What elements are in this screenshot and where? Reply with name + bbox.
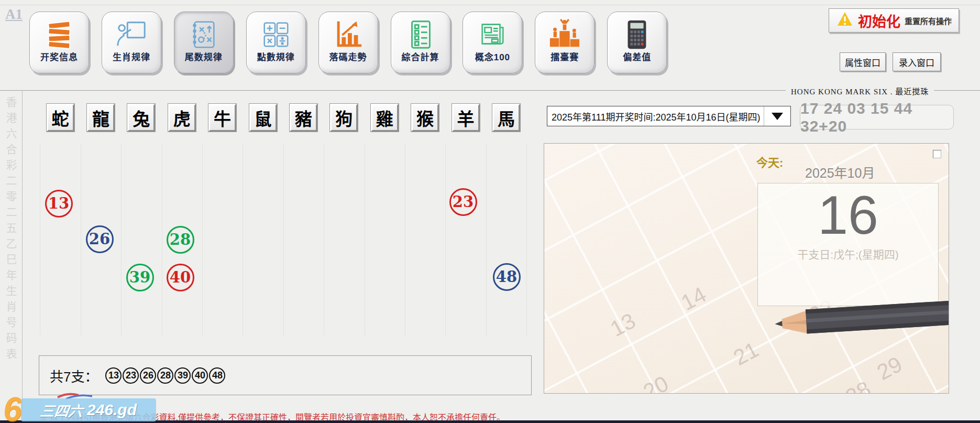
zodiac-button-2[interactable]: 龍	[87, 104, 115, 132]
left-panel-border	[22, 90, 23, 415]
vertical-title: 香港六合彩二零二五乙巳年生肖号码表	[3, 96, 18, 364]
books-icon	[43, 18, 75, 49]
toolbar-button-5[interactable]: 落碼走勢	[318, 12, 378, 73]
toolbar-button-4[interactable]: 點數規律	[246, 12, 306, 73]
math-operators-icon	[260, 18, 292, 49]
bar-chart-icon	[332, 18, 365, 49]
toolbar-button-2[interactable]: 生肖规律	[102, 12, 161, 73]
grid-column-line	[445, 144, 446, 335]
recent-numbers: 17 24 03 15 44 32+20	[800, 100, 953, 135]
toolbar-button-label: 綜合計算	[391, 50, 450, 63]
checklist-icon	[404, 18, 437, 49]
toolbar-button-label: 偏差值	[608, 50, 666, 63]
grid-column-line	[202, 144, 203, 335]
number-mark-28: 28	[167, 226, 194, 254]
calendar-panel: 13142021222928 今天: 2025年10月 16 干支日:戊午;(星…	[544, 143, 949, 394]
number-mark-48: 48	[493, 263, 521, 291]
strategy-notebook-icon	[188, 18, 220, 49]
watermark-cn-text: 三四六	[39, 400, 84, 420]
app-window: A1 开奖信息 生肖规律 尾数规律 點數規律 落碼走勢	[0, 0, 980, 423]
watermark-domain: 246.gd	[87, 401, 137, 419]
grid-column-line	[81, 144, 81, 335]
recent-draw-label: HONG KONG MARK SIX . 最近搅珠	[786, 85, 934, 96]
grid-column-line	[243, 144, 243, 335]
grid-column-line	[40, 144, 40, 335]
toolbar-button-6[interactable]: 綜合計算	[391, 12, 450, 73]
calendar-checkbox[interactable]	[933, 150, 941, 158]
zodiac-button-5[interactable]: 牛	[208, 104, 236, 132]
grid-column-line	[526, 144, 527, 335]
watermark-six: 6	[3, 390, 22, 423]
toolbar-button-label: 开奖信息	[30, 50, 89, 63]
summary-number-40: 40	[192, 367, 208, 384]
calendar-month: 2025年10月	[805, 162, 875, 181]
toolbar-button-label: 尾数规律	[174, 50, 233, 63]
podium-icon	[548, 18, 581, 49]
grid-column-line	[283, 144, 284, 335]
number-mark-26: 26	[86, 225, 114, 253]
zodiac-button-11[interactable]: 羊	[452, 104, 480, 132]
summary-box: 共7支： 13232628394048	[39, 355, 532, 395]
grid-column-line	[486, 144, 487, 335]
toolbar-button-label: 落碼走勢	[319, 50, 378, 63]
zodiac-button-7[interactable]: 豬	[290, 104, 317, 132]
toolbar-button-8[interactable]: 擂臺賽	[535, 12, 594, 73]
summary-number-26: 26	[140, 367, 156, 384]
summary-number-23: 23	[123, 367, 139, 384]
number-mark-13: 13	[45, 190, 73, 218]
grid-column-line	[324, 144, 324, 335]
zodiac-button-9[interactable]: 雞	[371, 104, 399, 132]
toolbar-button-9[interactable]: 偏差值	[607, 12, 667, 73]
period-dropdown[interactable]: 2025年第111期开奖时间:2025年10月16日(星期四)	[547, 106, 791, 126]
corner-label: A1	[5, 6, 23, 23]
summary-number-13: 13	[105, 367, 122, 384]
grid-column-line	[121, 144, 122, 335]
top-divider	[0, 5, 980, 5]
calculator-icon	[621, 18, 653, 49]
toolbar-button-label: 概念100	[463, 50, 522, 63]
calendar-ganzhi: 干支日:戊午;(星期四)	[758, 246, 938, 262]
summary-number-39: 39	[174, 367, 191, 384]
summary-number-28: 28	[157, 367, 173, 384]
number-mark-40: 40	[167, 264, 194, 291]
grid-column-line	[365, 144, 365, 335]
period-dropdown-value: 2025年第111期开奖时间:2025年10月16日(星期四)	[547, 110, 764, 123]
calendar-day-number: 16	[758, 187, 938, 244]
watermark-logo: 6 三四六 246.gd	[3, 394, 160, 423]
toolbar-button-label: 點數規律	[247, 50, 305, 63]
warning-icon	[836, 11, 854, 30]
zodiac-button-10[interactable]: 猴	[411, 104, 439, 132]
newspaper-icon	[476, 18, 509, 49]
zodiac-button-8[interactable]: 狗	[330, 104, 358, 132]
recent-numbers-box: 17 24 03 15 44 32+20	[800, 105, 954, 129]
toolbar-button-7[interactable]: 概念100	[463, 12, 522, 73]
number-mark-39: 39	[126, 264, 154, 291]
grid-column-line	[162, 144, 162, 335]
zodiac-button-3[interactable]: 兔	[127, 104, 155, 132]
property-window-button[interactable]: 属性窗口	[840, 52, 886, 71]
zodiac-button-6[interactable]: 鼠	[249, 104, 277, 132]
zodiac-button-1[interactable]: 蛇	[47, 104, 74, 132]
summary-numbers: 13232628394048	[105, 367, 226, 384]
summary-prefix: 共7支：	[50, 366, 98, 385]
entry-window-button[interactable]: 录入窗口	[893, 52, 941, 71]
initialize-label: 初始化	[858, 10, 900, 31]
initialize-button[interactable]: 初始化 重置所有操作	[829, 8, 959, 32]
toolbar-button-label: 生肖规律	[102, 50, 161, 63]
summary-number-48: 48	[209, 367, 225, 384]
calendar-day-card: 16 干支日:戊午;(星期四)	[757, 183, 939, 306]
grid-column-line	[405, 144, 405, 335]
number-mark-23: 23	[449, 188, 477, 216]
calendar-today-label: 今天:	[756, 153, 783, 170]
watermark-badge: 三四六 246.gd	[21, 398, 156, 421]
person-board-icon	[115, 18, 148, 49]
zodiac-button-4[interactable]: 虎	[168, 104, 196, 132]
dropdown-arrow-icon[interactable]	[764, 106, 790, 126]
toolbar-button-label: 擂臺賽	[535, 50, 594, 63]
toolbar-button-1[interactable]: 开奖信息	[29, 12, 89, 73]
zodiac-button-12[interactable]: 馬	[492, 104, 520, 132]
toolbar-button-3[interactable]: 尾数规律	[174, 12, 234, 73]
initialize-sublabel: 重置所有操作	[905, 15, 952, 26]
